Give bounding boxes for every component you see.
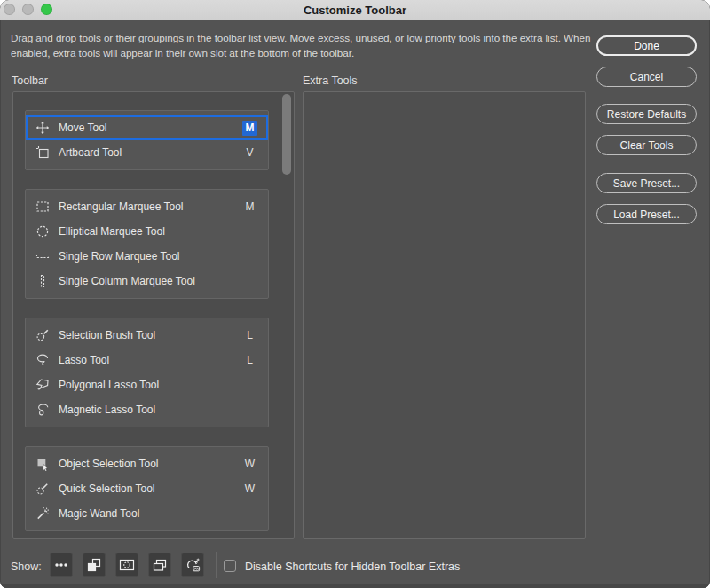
tool-shortcut[interactable]: [242, 403, 257, 418]
toolbar-section-label: Toolbar: [12, 74, 48, 87]
tool-shortcut[interactable]: [242, 224, 257, 239]
color-swatches-button[interactable]: [83, 553, 106, 577]
show-label: Show:: [11, 561, 42, 573]
tool-row-rectangular-marquee-tool[interactable]: Rectangular Marquee ToolM: [26, 194, 268, 219]
clear-tools-button[interactable]: Clear Tools: [596, 135, 697, 155]
tool-shortcut[interactable]: [242, 506, 257, 521]
row-marquee-icon: [35, 248, 51, 264]
dialog-description: Drag and drop tools or their groupings i…: [11, 30, 596, 60]
column-marquee-icon: [35, 273, 51, 289]
window-bottom-edge: [0, 584, 710, 588]
move-icon: [35, 120, 51, 136]
save-preset-button[interactable]: Save Preset...: [596, 173, 697, 193]
ellipse-marquee-icon: [35, 223, 51, 239]
rect-marquee-icon: [35, 199, 51, 215]
tool-shortcut[interactable]: M: [242, 121, 257, 136]
tool-shortcut[interactable]: M: [242, 200, 257, 215]
rotate-view-button[interactable]: [181, 553, 204, 577]
tool-group: Selection Brush ToolLLasso ToolLPolygona…: [25, 318, 269, 427]
zoom-window-icon[interactable]: [41, 4, 52, 15]
magic-wand-icon: [35, 506, 51, 521]
tool-row-single-column-marquee-tool[interactable]: Single Column Marquee Tool: [26, 269, 268, 294]
tool-name: Quick Selection Tool: [59, 482, 242, 495]
tool-row-move-tool[interactable]: Move ToolM: [26, 115, 268, 140]
tool-name: Rectangular Marquee Tool: [59, 200, 242, 213]
tool-name: Lasso Tool: [59, 354, 242, 366]
toolbar-tool-list: Move ToolMArtboard ToolVRectangular Marq…: [12, 91, 295, 539]
tool-group: Rectangular Marquee ToolMElliptical Marq…: [25, 189, 269, 299]
tool-row-magnetic-lasso-tool[interactable]: Magnetic Lasso Tool: [26, 397, 268, 422]
object-selection-icon: [35, 456, 51, 472]
minimize-window-icon[interactable]: [22, 4, 34, 15]
artboard-icon: [35, 145, 51, 161]
tool-row-magic-wand-tool[interactable]: Magic Wand Tool: [26, 501, 268, 526]
tool-name: Single Row Marquee Tool: [59, 250, 242, 263]
tool-name: Magic Wand Tool: [59, 507, 242, 520]
tool-row-elliptical-marquee-tool[interactable]: Elliptical Marquee Tool: [26, 219, 268, 244]
tool-shortcut[interactable]: W: [242, 457, 257, 472]
tool-row-selection-brush-tool[interactable]: Selection Brush ToolL: [26, 323, 268, 348]
tool-shortcut[interactable]: [242, 249, 257, 264]
tool-name: Elliptical Marquee Tool: [59, 225, 242, 238]
tool-row-lasso-tool[interactable]: Lasso ToolL: [26, 348, 268, 372]
tool-shortcut[interactable]: V: [242, 145, 257, 161]
tool-row-polygonal-lasso-tool[interactable]: Polygonal Lasso Tool: [26, 372, 268, 397]
selection-brush-icon: [35, 327, 51, 343]
tool-row-quick-selection-tool[interactable]: Quick Selection ToolW: [26, 476, 268, 501]
tool-shortcut[interactable]: [242, 378, 257, 393]
tool-group: Move ToolMArtboard ToolV: [25, 110, 269, 170]
extra-tools-panel[interactable]: [303, 91, 586, 539]
tool-name: Object Selection Tool: [59, 458, 242, 470]
customize-toolbar-dialog: Customize Toolbar Drag and drop tools or…: [0, 0, 710, 588]
restore-defaults-button[interactable]: Restore Defaults: [596, 104, 697, 124]
magnetic-lasso-icon: [35, 402, 51, 418]
ellipsis-icon: [52, 556, 70, 574]
quick-mask-button[interactable]: [115, 553, 138, 577]
disable-shortcuts-label: Disable Shortcuts for Hidden Toolbar Ext…: [245, 561, 460, 573]
extra-tools-section-label: Extra Tools: [303, 74, 358, 87]
screen-mode-icon: [151, 556, 169, 574]
close-window-icon[interactable]: [4, 4, 15, 15]
quick-mask-icon: [118, 556, 136, 574]
rotate-view-icon: [184, 556, 201, 574]
tool-name: Single Column Marquee Tool: [59, 275, 242, 287]
tool-name: Selection Brush Tool: [59, 329, 242, 341]
screen-mode-button[interactable]: [148, 553, 171, 577]
tool-name: Magnetic Lasso Tool: [59, 404, 242, 416]
tool-row-artboard-tool[interactable]: Artboard ToolV: [26, 140, 268, 165]
tool-row-single-row-marquee-tool[interactable]: Single Row Marquee Tool: [26, 244, 268, 269]
polygonal-lasso-icon: [35, 377, 51, 393]
tool-name: Artboard Tool: [59, 146, 242, 159]
tool-shortcut[interactable]: [242, 274, 257, 289]
tool-row-object-selection-tool[interactable]: Object Selection ToolW: [26, 451, 268, 476]
load-preset-button[interactable]: Load Preset...: [596, 204, 697, 224]
tool-name: Polygonal Lasso Tool: [59, 379, 242, 391]
tool-shortcut[interactable]: W: [242, 482, 257, 497]
color-swatches-icon: [85, 556, 103, 574]
footer-divider: [216, 552, 217, 578]
toolbar-group-list: Move ToolMArtboard ToolVRectangular Marq…: [13, 110, 294, 531]
done-button[interactable]: Done: [596, 35, 697, 56]
cancel-button[interactable]: Cancel: [596, 67, 697, 87]
tool-shortcut[interactable]: L: [242, 328, 257, 343]
tool-name: Move Tool: [59, 122, 242, 134]
scrollbar-thumb[interactable]: [282, 94, 291, 175]
tool-shortcut[interactable]: L: [242, 353, 257, 368]
quick-selection-icon: [35, 481, 51, 497]
traffic-lights: [4, 4, 52, 15]
lasso-icon: [35, 352, 51, 368]
titlebar[interactable]: Customize Toolbar: [0, 0, 710, 20]
window-title: Customize Toolbar: [0, 0, 710, 20]
disable-shortcuts-checkbox[interactable]: [224, 560, 236, 572]
ellipsis-button[interactable]: [50, 553, 73, 577]
tool-group: Object Selection ToolWQuick Selection To…: [25, 446, 269, 531]
